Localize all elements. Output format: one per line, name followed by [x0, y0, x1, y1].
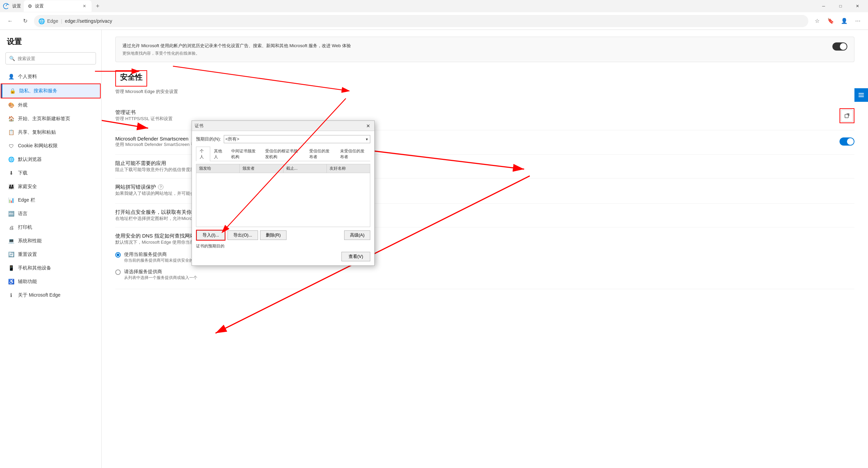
page-annotation-arrows [0, 0, 868, 468]
dialog-body: 预期目的(N): <所有> ▼ 个人 其他人 中间证书颁发机构 受信任的根证书颁… [192, 131, 374, 265]
remove-button[interactable]: 删除(R) [260, 230, 287, 240]
cert-tab-trusted-root[interactable]: 受信任的根证书颁发机构 [261, 147, 305, 161]
view-button[interactable]: 查看(V) [341, 252, 370, 261]
cert-tab-trusted-publishers[interactable]: 受信任的发布者 [305, 147, 336, 161]
purpose-row: 预期目的(N): <所有> ▼ [196, 135, 370, 143]
dialog-overlay: 证书 ✕ 预期目的(N): <所有> ▼ 个人 其他人 中间证书颁发机构 受信任… [0, 0, 868, 468]
dialog-buttons: 导入(I)... 导出(O)... 删除(R) 高级(A) [196, 230, 370, 241]
certificate-dialog: 证书 ✕ 预期目的(N): <所有> ▼ 个人 其他人 中间证书颁发机构 受信任… [192, 120, 375, 266]
dropdown-arrow-icon: ▼ [365, 137, 369, 141]
purpose-select[interactable]: <所有> ▼ [224, 135, 370, 143]
dialog-titlebar: 证书 ✕ [192, 121, 374, 131]
dialog-close-button[interactable]: ✕ [365, 123, 372, 129]
cert-tab-untrusted[interactable]: 未受信任的发布者 [336, 147, 370, 161]
purpose-value: <所有> [225, 136, 239, 142]
cert-tab-intermediate[interactable]: 中间证书颁发机构 [228, 147, 261, 161]
cert-table-header: 颁发给 颁发者 截止... 友好名称 [196, 164, 370, 173]
dialog-title: 证书 [195, 123, 365, 129]
col-issued-by: 颁发者 [240, 164, 283, 173]
cert-tab-others[interactable]: 其他人 [210, 147, 228, 161]
cert-table-body [196, 173, 370, 227]
import-button[interactable]: 导入(I)... [197, 230, 225, 240]
advanced-button[interactable]: 高级(A) [344, 230, 370, 240]
export-button[interactable]: 导出(O)... [228, 230, 258, 240]
dialog-footer: 证书的预期目的 [196, 243, 370, 249]
col-issued-to: 颁发给 [196, 164, 240, 173]
col-friendly-name: 友好名称 [327, 164, 370, 173]
dialog-footer-buttons: 查看(V) [196, 252, 370, 261]
purpose-label: 预期目的(N): [196, 136, 221, 142]
svg-line-10 [173, 66, 349, 91]
col-expiry: 截止... [283, 164, 327, 173]
cert-tabs: 个人 其他人 中间证书颁发机构 受信任的根证书颁发机构 受信任的发布者 未受信任… [196, 147, 370, 161]
cert-tab-personal[interactable]: 个人 [196, 147, 210, 161]
